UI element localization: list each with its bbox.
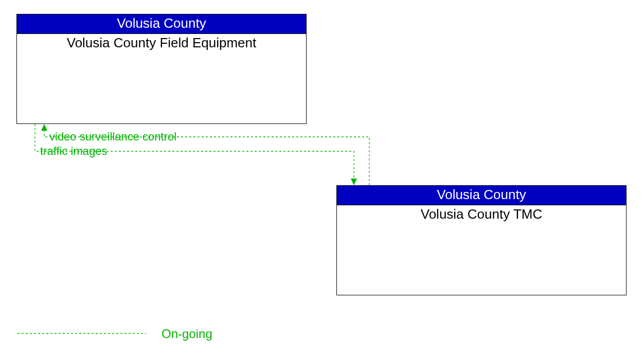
entity-tmc: Volusia County Volusia County TMC <box>336 185 627 295</box>
arrowhead-to-top-icon <box>41 124 47 131</box>
legend-ongoing-label: On-going <box>162 327 212 341</box>
entity-tmc-body: Volusia County TMC <box>337 205 626 222</box>
entity-field-equipment-body: Volusia County Field Equipment <box>17 34 306 51</box>
flow-label-traffic-images: traffic images <box>40 145 107 158</box>
arrowhead-to-bottom-icon <box>351 179 357 185</box>
flow-label-video-surveillance-control: video surveillance control <box>49 130 176 144</box>
entity-tmc-header: Volusia County <box>337 186 626 205</box>
entity-field-equipment: Volusia County Volusia County Field Equi… <box>16 14 307 124</box>
entity-field-equipment-header: Volusia County <box>17 14 306 34</box>
